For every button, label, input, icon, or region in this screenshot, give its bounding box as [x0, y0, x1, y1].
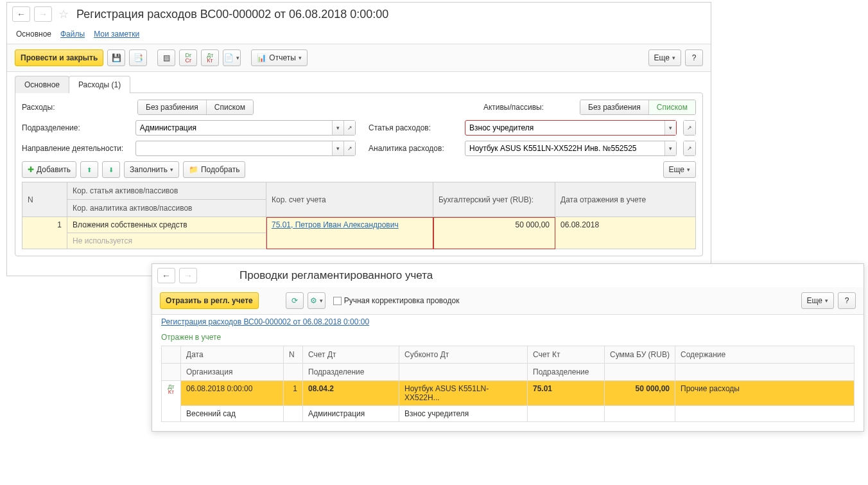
- reports-button[interactable]: 📊Отчеты▾: [251, 49, 307, 66]
- cell-n: 1: [284, 381, 303, 406]
- assets-list[interactable]: Списком: [649, 100, 695, 114]
- col-date: Дата отражения в учете: [555, 182, 696, 217]
- dropdown-icon[interactable]: ▾: [332, 121, 343, 135]
- expense-item-open[interactable]: ↗: [683, 120, 696, 136]
- cell-date[interactable]: 06.08.2018: [555, 217, 696, 249]
- forward-button[interactable]: →: [179, 268, 197, 283]
- page-title: Регистрация расходов ВС00-000002 от 06.0…: [76, 8, 388, 21]
- back-button[interactable]: ←: [12, 6, 30, 22]
- direction-input[interactable]: ▾ ↗: [135, 141, 356, 156]
- postings-header: ← → Проводки регламентированного учета: [152, 264, 864, 287]
- col-dept-kt: Подразделение: [528, 364, 605, 381]
- cell-sub-dt: Ноутбук ASUS K551LN-XX522H...: [399, 381, 528, 406]
- cell-n: 1: [22, 217, 67, 249]
- col-n: N: [284, 346, 303, 364]
- expenses-mode-label: Расходы:: [22, 103, 131, 112]
- department-input[interactable]: ▾ ↗: [135, 120, 356, 136]
- postings-toolbar: Отразить в регл. учете ⟳ ⚙▾ Ручная корре…: [152, 287, 864, 315]
- forward-button[interactable]: →: [34, 6, 52, 22]
- cell-acc-kt: 75.01: [528, 381, 605, 406]
- open-icon[interactable]: ↗: [684, 121, 695, 135]
- reflect-button[interactable]: Отразить в регл. учете: [160, 292, 259, 309]
- save-button[interactable]: 💾: [107, 49, 125, 66]
- cell-content: Прочие расходы: [675, 381, 855, 406]
- structure-button[interactable]: ▤: [157, 49, 175, 66]
- create-based-button[interactable]: 📄▾: [223, 49, 241, 66]
- dtcr-button[interactable]: DrCr: [179, 49, 197, 66]
- cell-acc-rub[interactable]: 50 000,00: [433, 217, 555, 249]
- posting-row[interactable]: ДтКт 06.08.2018 0:00:00 1 08.04.2 Ноутбу…: [162, 381, 855, 406]
- expenses-table: N Кор. статья активов/пассивов Кор. счет…: [22, 182, 696, 249]
- department-label: Подразделение:: [22, 123, 129, 132]
- expense-registration-window: ← → ☆ Регистрация расходов ВС00-000002 о…: [6, 2, 711, 276]
- nav-tab-notes[interactable]: Мои заметки: [94, 28, 139, 40]
- col-corr-item: Кор. статья активов/пассивов: [67, 182, 266, 200]
- col-corr-acc: Кор. счет учета: [266, 182, 433, 217]
- refresh-button[interactable]: ⟳: [286, 292, 304, 309]
- expenses-list[interactable]: Списком: [207, 100, 253, 114]
- table-more-button[interactable]: Еще▾: [663, 161, 696, 178]
- open-icon[interactable]: ↗: [684, 141, 695, 155]
- cell-sum: 50 000,00: [605, 381, 675, 406]
- table-row[interactable]: 1 Вложения собственных средств 75.01, Пе…: [22, 217, 696, 233]
- arrow-up-icon: ⬆: [87, 166, 92, 173]
- manual-correction-checkbox[interactable]: Ручная корректировка проводок: [333, 296, 460, 305]
- favorite-icon[interactable]: ☆: [58, 7, 69, 21]
- arrow-down-icon: ⬇: [108, 166, 114, 173]
- expense-item-label: Статья расходов:: [369, 123, 452, 132]
- cell-org: Весенний сад: [181, 406, 284, 422]
- posting-status: Отражен в учете: [161, 333, 855, 342]
- back-button[interactable]: ←: [157, 268, 175, 283]
- tab-expenses[interactable]: Расходы (1): [69, 76, 130, 93]
- open-icon[interactable]: ↗: [343, 121, 355, 135]
- inner-tabs: Основное Расходы (1): [15, 76, 703, 93]
- floppy-icon: 💾: [112, 53, 121, 62]
- col-dept-dt: Подразделение: [303, 364, 399, 381]
- move-down-button[interactable]: ⬇: [102, 161, 120, 178]
- move-up-button[interactable]: ⬆: [80, 161, 98, 178]
- nav-tab-main[interactable]: Основное: [16, 28, 51, 40]
- folder-icon: 📁: [189, 165, 198, 174]
- help-button[interactable]: ?: [685, 49, 703, 66]
- post-button[interactable]: 📑: [129, 49, 147, 66]
- postings-title: Проводки регламентированного учета: [239, 269, 433, 282]
- checkbox-icon[interactable]: [333, 297, 342, 305]
- dropdown-icon[interactable]: ▾: [664, 141, 676, 155]
- more-button[interactable]: Еще▾: [648, 49, 681, 66]
- expenses-nosplit[interactable]: Без разбиения: [138, 100, 207, 114]
- open-icon[interactable]: ↗: [343, 141, 355, 155]
- dropdown-icon[interactable]: ▾: [664, 121, 676, 135]
- gear-icon: ⚙: [310, 296, 317, 305]
- doc-icon: 📄: [224, 53, 234, 62]
- chart-icon: 📊: [257, 53, 266, 62]
- col-marker: [162, 346, 181, 364]
- expense-item-input[interactable]: ▾: [465, 120, 677, 136]
- cell-corr-item[interactable]: Вложения собственных средств: [67, 217, 266, 233]
- posting-row-sub[interactable]: Весенний сад Администрация Взнос учредит…: [162, 406, 855, 422]
- window-header: ← → ☆ Регистрация расходов ВС00-000002 о…: [7, 3, 711, 26]
- col-date: Дата: [181, 346, 284, 364]
- analytics-input[interactable]: ▾: [465, 141, 677, 156]
- direction-label: Направление деятельности:: [22, 144, 129, 153]
- cell-corr-acc[interactable]: 75.01, Петров Иван Александрович: [266, 217, 433, 249]
- add-button[interactable]: ✚Добавить: [22, 161, 76, 178]
- fill-button[interactable]: Заполнить▾: [124, 161, 179, 178]
- postings-more-button[interactable]: Еще▾: [801, 292, 834, 309]
- tab-main[interactable]: Основное: [15, 76, 69, 93]
- col-acc-rub: Бухгалтерский учет (RUB):: [433, 182, 555, 217]
- post-icon: 📑: [134, 53, 143, 62]
- cell-date: 06.08.2018 0:00:00: [181, 381, 284, 406]
- document-link[interactable]: Регистрация расходов ВС00-000002 от 06.0…: [161, 317, 369, 326]
- pick-button[interactable]: 📁Подобрать: [183, 161, 245, 178]
- postings-help-button[interactable]: ?: [838, 292, 856, 309]
- cell-corr-analytics[interactable]: Не используется: [67, 233, 266, 249]
- col-sub-dt: Субконто Дт: [399, 346, 528, 364]
- post-and-close-button[interactable]: Провести и закрыть: [15, 49, 103, 66]
- config-button[interactable]: ⚙▾: [308, 292, 326, 309]
- analytics-open[interactable]: ↗: [683, 141, 696, 156]
- assets-nosplit[interactable]: Без разбиения: [580, 100, 649, 114]
- expenses-mode-toggle: Без разбиения Списком: [137, 100, 254, 115]
- dropdown-icon[interactable]: ▾: [332, 141, 343, 155]
- nav-tab-files[interactable]: Файлы: [60, 28, 85, 40]
- dtkt-button[interactable]: ДтКт: [201, 49, 219, 66]
